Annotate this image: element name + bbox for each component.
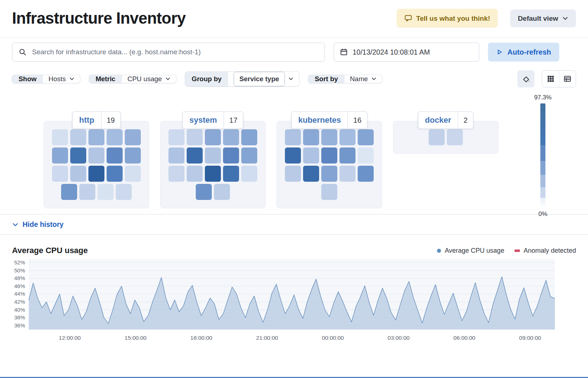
host-cell[interactable]	[321, 147, 337, 164]
host-cell[interactable]	[285, 129, 301, 145]
svg-text:42%: 42%	[14, 299, 25, 305]
host-cell[interactable]	[168, 166, 184, 182]
host-cell[interactable]	[168, 129, 184, 145]
group-by-filter[interactable]: Group by Service type	[185, 72, 299, 86]
auto-refresh-button[interactable]: Auto-refresh	[488, 43, 559, 62]
query-toolbar: 10/13/2024 10:08:01 AM Auto-refresh	[0, 38, 588, 64]
legend-item-avg-cpu[interactable]: Average CPU usage	[437, 247, 504, 255]
sort-by-filter-label: Sort by	[308, 75, 345, 83]
host-cell[interactable]	[339, 129, 355, 145]
host-cell[interactable]	[205, 147, 221, 164]
host-cell[interactable]	[358, 166, 374, 182]
cpu-usage-chart[interactable]: 52%50%48%46%44%42%40%38%36%12:00:0015:00…	[12, 257, 576, 343]
sort-by-filter-value: Name	[350, 75, 368, 83]
host-cell[interactable]	[358, 129, 374, 145]
group-by-filter-value[interactable]: Service type	[234, 72, 285, 86]
group-header-http[interactable]: http19	[72, 111, 121, 129]
waffle-group-kubernetes: kubernetes16	[277, 121, 382, 208]
host-cell[interactable]	[187, 147, 203, 164]
host-cell[interactable]	[52, 147, 68, 164]
host-cell[interactable]	[107, 147, 123, 164]
grid-view-button[interactable]	[542, 71, 559, 87]
group-count: 17	[223, 112, 243, 129]
search-box[interactable]	[12, 43, 325, 62]
host-cell[interactable]	[241, 147, 257, 164]
host-cell[interactable]	[187, 166, 203, 182]
host-cell[interactable]	[107, 129, 123, 145]
host-cell[interactable]	[61, 184, 77, 200]
host-cell[interactable]	[52, 166, 68, 182]
host-cell[interactable]	[358, 147, 374, 164]
fill-color-button[interactable]	[517, 70, 535, 87]
legend-item-anomaly[interactable]: Anomaly detected	[514, 247, 576, 255]
date-picker[interactable]: 10/13/2024 10:08:01 AM	[334, 43, 479, 62]
metric-filter[interactable]: Metric CPU usage	[89, 75, 176, 83]
waffle-group-docker: docker2	[393, 121, 498, 154]
chevron-down-icon	[562, 15, 568, 21]
group-panel	[160, 121, 266, 208]
host-cell[interactable]	[285, 166, 301, 182]
table-view-button[interactable]	[559, 71, 576, 87]
host-cell[interactable]	[70, 147, 86, 164]
svg-text:38%: 38%	[14, 314, 25, 320]
host-cell[interactable]	[187, 129, 203, 145]
chevron-down-icon	[288, 76, 294, 82]
infrastructure-inventory-page: Infrastructure Inventory Tell us what yo…	[0, 0, 588, 378]
host-cell[interactable]	[285, 147, 301, 164]
host-cell[interactable]	[241, 166, 257, 182]
host-cell[interactable]	[88, 147, 104, 164]
waffle-groups: http19system17kubernetes16docker2	[0, 92, 588, 208]
host-cell[interactable]	[70, 166, 86, 182]
header-actions: Tell us what you think! Default view	[397, 9, 576, 28]
host-cell[interactable]	[339, 166, 355, 182]
host-cell[interactable]	[168, 147, 184, 164]
group-header-system[interactable]: system17	[182, 111, 243, 129]
host-cell[interactable]	[79, 184, 95, 200]
hide-history-link[interactable]: Hide history	[12, 220, 64, 229]
host-cell[interactable]	[429, 129, 445, 145]
host-cell[interactable]	[303, 129, 319, 145]
host-cell[interactable]	[303, 147, 319, 164]
host-cell[interactable]	[125, 129, 141, 145]
metric-filter-value: CPU usage	[127, 75, 162, 83]
host-cell[interactable]	[321, 166, 337, 182]
host-cell[interactable]	[125, 147, 141, 164]
host-cell[interactable]	[88, 129, 104, 145]
host-cell[interactable]	[98, 184, 114, 200]
host-cell[interactable]	[70, 129, 86, 145]
host-cell[interactable]	[223, 129, 239, 145]
show-filter[interactable]: Show Hosts	[12, 75, 80, 83]
host-cell[interactable]	[339, 147, 355, 164]
page-title: Infrastructure Inventory	[12, 9, 186, 27]
group-header-docker[interactable]: docker2	[418, 111, 473, 129]
host-cell[interactable]	[125, 166, 141, 182]
legend-gradient-bar	[540, 103, 545, 208]
host-cell[interactable]	[205, 166, 221, 182]
host-cell[interactable]	[241, 129, 257, 145]
host-cell[interactable]	[214, 184, 230, 200]
host-cell[interactable]	[447, 129, 463, 145]
show-filter-value: Hosts	[48, 75, 65, 83]
host-cell[interactable]	[205, 129, 221, 145]
host-cell[interactable]	[223, 166, 239, 182]
svg-text:52%: 52%	[14, 259, 25, 265]
svg-text:18:00:00: 18:00:00	[190, 335, 212, 341]
host-cell[interactable]	[88, 166, 104, 182]
feedback-button[interactable]: Tell us what you think!	[397, 9, 498, 28]
host-cell[interactable]	[303, 166, 319, 182]
group-by-filter-label: Group by	[185, 72, 228, 86]
legend-min-label: 0%	[539, 210, 548, 218]
host-cell[interactable]	[116, 184, 132, 200]
legend-avg-cpu-label: Average CPU usage	[445, 247, 504, 255]
chart-title: Average CPU usage	[12, 246, 88, 255]
sort-by-filter[interactable]: Sort by Name	[308, 75, 382, 83]
search-input[interactable]	[31, 48, 318, 56]
view-selector-button[interactable]: Default view	[510, 9, 576, 27]
host-cell[interactable]	[52, 129, 68, 145]
host-cell[interactable]	[107, 166, 123, 182]
host-cell[interactable]	[223, 147, 239, 164]
host-cell[interactable]	[196, 184, 212, 200]
group-header-kubernetes[interactable]: kubernetes16	[291, 111, 368, 129]
host-cell[interactable]	[321, 129, 337, 145]
host-cell[interactable]	[321, 184, 337, 200]
